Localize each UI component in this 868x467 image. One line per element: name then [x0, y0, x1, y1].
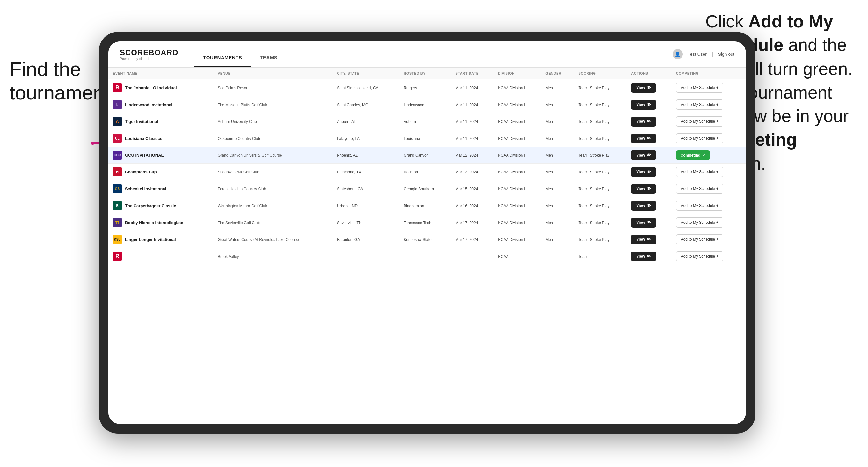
table-row: GS Schenkel Invitational Forest Heights … — [108, 180, 746, 197]
start-date-cell: Mar 13, 2024 — [451, 163, 494, 180]
gender-cell: Men — [541, 231, 574, 248]
venue-text: Brook Valley — [218, 254, 239, 259]
add-to-schedule-button[interactable]: Add to My Schedule + — [676, 234, 723, 245]
competing-cell: Add to My Schedule + — [672, 231, 746, 248]
eye-icon: 👁 — [647, 186, 651, 191]
plus-icon: + — [716, 204, 718, 208]
venue-text: Auburn University Club — [218, 120, 257, 124]
venue-text: Grand Canyon University Golf Course — [218, 153, 282, 157]
event-name-cell: UL Louisiana Classics — [108, 130, 213, 147]
venue-text: The Sevierville Golf Club — [218, 221, 260, 225]
tournaments-table: EVENT NAME VENUE CITY, STATE HOSTED BY S… — [108, 68, 746, 265]
hosted-by-cell: Auburn — [399, 113, 451, 130]
team-logo: L — [113, 100, 122, 109]
view-button[interactable]: View 👁 — [631, 133, 656, 144]
eye-icon: 👁 — [647, 254, 651, 259]
actions-cell: View 👁 — [627, 113, 671, 130]
event-name-cell: H Champions Cup — [108, 163, 213, 180]
table-row: L Lindenwood Invitational The Missouri B… — [108, 96, 746, 113]
nav-tabs: TOURNAMENTS TEAMS — [194, 41, 286, 67]
scoring-cell: Team, Stroke Play — [574, 80, 627, 96]
view-button[interactable]: View 👁 — [631, 167, 656, 177]
add-schedule-label: Add to My Schedule — [681, 119, 715, 124]
division-cell: NCAA Division I — [493, 231, 541, 248]
venue-cell: Oakbourne Country Club — [213, 130, 333, 147]
scoring-cell: Team, Stroke Play — [574, 96, 627, 113]
city-state-cell: Urbana, MD — [333, 197, 399, 214]
add-to-schedule-button[interactable]: Add to My Schedule + — [676, 184, 723, 194]
start-date-cell: Mar 15, 2024 — [451, 180, 494, 197]
start-date-cell — [451, 248, 494, 265]
add-to-schedule-button[interactable]: Add to My Schedule + — [676, 251, 723, 261]
add-to-schedule-button[interactable]: Add to My Schedule + — [676, 200, 723, 211]
gender-cell: Men — [541, 96, 574, 113]
tablet-frame: SCOREBOARD Powered by clippd TOURNAMENTS… — [99, 32, 755, 434]
gender-cell: Men — [541, 214, 574, 231]
header-right: 👤 Test User | Sign out — [673, 49, 735, 59]
add-to-schedule-button[interactable]: Add to My Schedule + — [676, 99, 723, 110]
scoring-cell: Team, Stroke Play — [574, 163, 627, 180]
add-to-schedule-button[interactable]: Add to My Schedule + — [676, 167, 723, 177]
tab-teams[interactable]: TEAMS — [251, 55, 286, 67]
division-cell: NCAA Division I — [493, 113, 541, 130]
hosted-by-cell: Tennessee Tech — [399, 214, 451, 231]
event-name-text: Linger Longer Invitational — [125, 237, 176, 242]
venue-cell: Auburn University Club — [213, 113, 333, 130]
view-button[interactable]: View 👁 — [631, 83, 656, 93]
venue-text: Forest Heights Country Club — [218, 187, 266, 191]
team-logo: R — [113, 252, 122, 261]
start-date-cell: Mar 11, 2024 — [451, 80, 494, 96]
col-city-state: CITY, STATE — [333, 68, 399, 80]
plus-icon: + — [716, 237, 718, 242]
tab-tournaments[interactable]: TOURNAMENTS — [194, 55, 251, 67]
plus-icon: + — [716, 119, 718, 124]
view-button[interactable]: View 👁 — [631, 100, 656, 110]
view-button[interactable]: View 👁 — [631, 201, 656, 211]
view-button[interactable]: View 👁 — [631, 218, 656, 227]
eye-icon: 👁 — [647, 220, 651, 225]
view-label: View — [636, 220, 645, 225]
city-state-cell: Richmond, TX — [333, 163, 399, 180]
event-name-cell: TT Bobby Nichols Intercollegiate — [108, 214, 213, 231]
actions-cell: View 👁 — [627, 147, 671, 163]
gender-cell: Men — [541, 180, 574, 197]
scoring-cell: Team, Stroke Play — [574, 197, 627, 214]
sign-out-link[interactable]: Sign out — [718, 52, 735, 57]
logo-subtitle: Powered by clippd — [120, 57, 178, 61]
add-to-schedule-button[interactable]: Add to My Schedule + — [676, 217, 723, 227]
event-name-cell: R — [108, 248, 213, 265]
city-state-cell: Eatonton, GA — [333, 231, 399, 248]
city-state-cell — [333, 248, 399, 265]
start-date-cell: Mar 16, 2024 — [451, 197, 494, 214]
add-to-schedule-button[interactable]: Add to My Schedule + — [676, 133, 723, 144]
team-logo: KSU — [113, 235, 122, 244]
gender-cell: Men — [541, 130, 574, 147]
team-logo: UL — [113, 134, 122, 143]
eye-icon: 👁 — [647, 204, 651, 208]
plus-icon: + — [716, 86, 718, 90]
table-row: H Champions Cup Shadow Hawk Golf ClubRic… — [108, 163, 746, 180]
add-to-schedule-button[interactable]: Add to My Schedule + — [676, 83, 723, 93]
add-schedule-label: Add to My Schedule — [681, 220, 715, 225]
hosted-by-cell: Binghamton — [399, 197, 451, 214]
scoring-cell: Team, Stroke Play — [574, 147, 627, 163]
view-button[interactable]: View 👁 — [631, 235, 656, 245]
event-name-cell: A Tiger Invitational — [108, 113, 213, 130]
team-logo: R — [113, 83, 122, 92]
add-to-schedule-button[interactable]: Add to My Schedule + — [676, 116, 723, 127]
plus-icon: + — [716, 220, 718, 225]
actions-cell: View 👁 — [627, 180, 671, 197]
actions-cell: View 👁 — [627, 96, 671, 113]
plus-icon: + — [716, 186, 718, 191]
view-button[interactable]: View 👁 — [631, 184, 656, 194]
view-button[interactable]: View 👁 — [631, 117, 656, 127]
view-button[interactable]: View 👁 — [631, 251, 656, 261]
start-date-cell: Mar 12, 2024 — [451, 147, 494, 163]
view-button[interactable]: View 👁 — [631, 150, 656, 160]
venue-text: Great Waters Course At Reynolds Lake Oco… — [218, 238, 299, 242]
division-cell: NCAA — [493, 248, 541, 265]
actions-cell: View 👁 — [627, 248, 671, 265]
tournaments-table-container: EVENT NAME VENUE CITY, STATE HOSTED BY S… — [108, 68, 746, 424]
competing-button[interactable]: Competing ✓ — [676, 151, 710, 160]
division-cell: NCAA Division I — [493, 214, 541, 231]
